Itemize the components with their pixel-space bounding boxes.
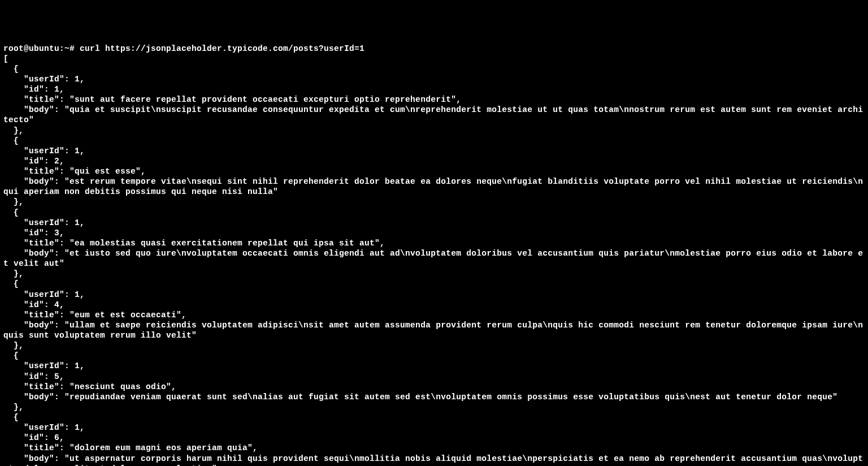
json-output: { "userId": 1, "id": 1, "title": "sunt a… [3,64,863,466]
terminal-window[interactable]: root@ubuntu:~# curl https://jsonplacehol… [3,44,865,467]
json-open-bracket: [ [3,54,8,63]
command-text: curl https://jsonplaceholder.typicode.co… [80,44,364,53]
shell-prompt: root@ubuntu:~# [3,44,80,53]
